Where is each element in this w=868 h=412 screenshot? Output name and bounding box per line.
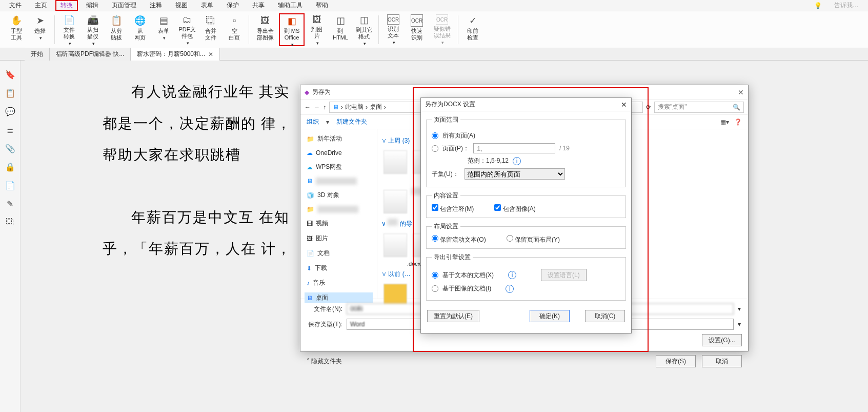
tree-item[interactable]: 🖥 [305,176,373,186]
flow-text-radio[interactable]: 保留流动文本(O) [432,235,486,244]
layers-icon[interactable]: ≣ [6,125,15,134]
preflight-button[interactable]: ✓印前 检查 [461,13,484,46]
attachment-icon[interactable]: 📎 [6,144,15,153]
to-ms-office-button[interactable]: ◧到 MS Office▾ [279,13,305,46]
file-convert-button[interactable]: 📄文件 转换▾ [58,13,80,46]
menu-share[interactable]: 共享 [247,0,270,11]
cancel-button[interactable]: 取消 [702,355,742,367]
menu-file[interactable]: 文件 [4,0,27,11]
blank-page-button[interactable]: ▫空 白页 [223,13,246,46]
to-html-button[interactable]: ◫到 HTML [329,13,352,46]
to-image-button[interactable]: 🖼到图 片▾ [306,13,328,46]
menu-convert[interactable]: 转换 [55,0,78,11]
menu-help[interactable]: 帮助 [311,0,333,11]
select-button[interactable]: ➤选择▾ [29,13,51,46]
reset-button[interactable]: 重置为默认(E) [427,310,479,322]
to-other-button[interactable]: ◫到其它 格式▾ [353,13,375,46]
new-folder-button[interactable]: 新建文件夹 [336,117,367,126]
tree-item-3d[interactable]: 🧊3D 对象 [305,190,373,201]
close-icon[interactable]: ✕ [208,51,213,58]
menu-accessibility[interactable]: 辅助工具 [273,0,308,11]
hide-folders-toggle[interactable]: ˄ 隐藏文件夹 [307,357,342,366]
ocr-suspect-button[interactable]: OCR疑似错 误结果▾ [429,13,455,46]
tree-item-downloads[interactable]: ⬇下载 [305,263,373,273]
page-input[interactable] [473,143,555,153]
menu-view[interactable]: 视图 [170,0,193,11]
view-options-icon[interactable]: ▦▾ [720,119,729,126]
clipboard-icon[interactable]: 📋 [6,88,15,97]
refresh-icon[interactable]: ⟳ [646,104,651,111]
pen-icon[interactable]: ✎ [6,199,15,208]
ocr-error-icon: OCR [436,14,448,25]
ok-button[interactable]: 确定(K) [530,310,570,322]
tree-item[interactable]: 📁 [305,205,373,214]
cube-icon: 🧊 [307,192,314,199]
comment-icon[interactable]: 💬 [6,107,15,116]
nav-forward-button[interactable]: → [314,104,320,111]
tree-item-pictures[interactable]: 🖼图片 [305,233,373,244]
search-input[interactable]: 搜索"桌面" 🔍 [654,102,744,113]
menu-home[interactable]: 主页 [30,0,52,11]
menu-form[interactable]: 表单 [196,0,218,11]
text-based-radio[interactable] [432,272,438,279]
pdf-package-button[interactable]: 🗂PDF文 件包▾ [176,13,198,46]
other-format-icon: ◫ [358,14,370,26]
close-icon[interactable]: ✕ [621,101,627,109]
image-based-radio[interactable] [432,285,438,292]
tell-me-search[interactable]: 💡 告诉我… [809,0,864,11]
chevron-down-icon: ▾ [393,40,395,45]
info-icon[interactable]: i [508,271,516,279]
signature-icon[interactable]: 📄 [6,181,15,190]
tab-start[interactable]: 开始 [25,48,50,61]
settings-button[interactable]: 设置(G)... [702,334,742,346]
organize-button[interactable]: 组织 [307,117,319,126]
package-icon: 🗂 [181,14,193,25]
export-all-images-button[interactable]: 🖼导出全 部图像 [252,13,278,46]
save-button[interactable]: 保存(S) [656,355,696,367]
all-pages-radio[interactable] [432,132,438,139]
tree-item-desktop[interactable]: 🖥桌面 [305,292,373,303]
menu-protect[interactable]: 保护 [221,0,244,11]
tree-item-music[interactable]: ♪音乐 [305,278,373,288]
lock-icon[interactable]: 🔒 [6,162,15,171]
from-webpage-button[interactable]: 🌐从 网页 [129,13,151,46]
menu-edit[interactable]: 编辑 [81,0,104,11]
quick-ocr-button[interactable]: OCR快速 识别 [406,13,428,46]
nav-up-button[interactable]: ↑ [323,104,326,111]
tree-item[interactable]: 📁新年活动 [305,133,373,144]
hand-tool-button[interactable]: ✋手型 工具 [5,13,28,46]
file-thumbnail[interactable] [383,190,407,213]
cancel-button[interactable]: 取消(C) [585,310,625,322]
tree-item-wps[interactable]: ☁WPS网盘 [305,162,373,172]
tree-item-documents[interactable]: 📄文档 [305,248,373,259]
nav-back-button[interactable]: ← [305,104,311,111]
dialog-title: 另存为DOCX 设置 [425,100,475,109]
tab-salary-doc[interactable]: 薪水密码：月薪5000和...✕ [131,48,220,61]
include-images-checkbox[interactable]: 包含图像(A) [494,204,535,213]
form-button[interactable]: ▤表单▾ [152,13,175,46]
file-thumbnail[interactable] [383,150,407,174]
export-image-icon: 🖼 [259,14,271,27]
ocr-text-button[interactable]: OCR识别 文本▾ [382,13,405,46]
close-icon[interactable]: ✕ [738,88,744,96]
tree-item-video[interactable]: 🎞视频 [305,218,373,229]
menu-annotate[interactable]: 注释 [145,0,167,11]
separator [54,15,55,44]
page-radio[interactable] [432,145,438,152]
file-thumbnail[interactable] [383,233,407,257]
video-icon: 🎞 [307,220,313,227]
from-clipboard-button[interactable]: 📋从剪 贴板 [105,13,128,46]
from-scanner-button[interactable]: 📠从扫 描仪▾ [82,13,104,46]
include-comments-checkbox[interactable]: 包含注释(M) [432,204,474,213]
merge-files-button[interactable]: ⿻合并 文件 [199,13,222,46]
stamp-icon[interactable]: ⿻ [6,218,15,227]
menu-page-manage[interactable]: 页面管理 [107,0,142,11]
help-icon[interactable]: ❓ [734,119,742,126]
bookmark-icon[interactable]: 🔖 [6,70,15,79]
info-icon[interactable]: i [513,157,521,165]
page-layout-radio[interactable]: 保留页面布局(Y) [507,235,560,244]
tree-item-onedrive[interactable]: ☁OneDrive [305,148,373,158]
subset-select[interactable]: 范围内的所有页面 [465,168,565,180]
tab-foxit-guide[interactable]: 福昕高级PDF编辑器 快... [50,48,131,61]
info-icon[interactable]: i [506,285,514,293]
